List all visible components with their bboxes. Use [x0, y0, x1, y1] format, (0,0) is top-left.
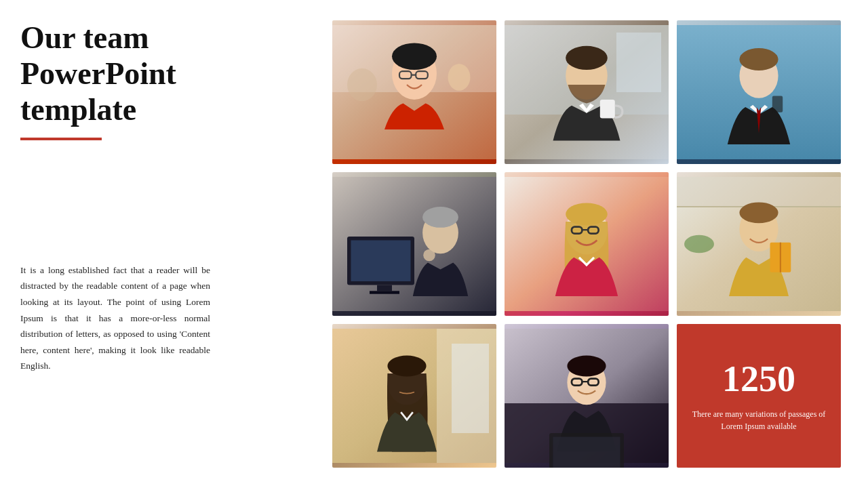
svg-rect-35: [677, 177, 841, 207]
svg-point-14: [566, 46, 608, 70]
stat-cell: 1250 There are many variations of passag…: [677, 324, 841, 468]
svg-point-46: [387, 356, 426, 377]
svg-point-30: [566, 203, 608, 226]
team-photo-5: [505, 172, 669, 316]
title-line-1: Our team PowerPoint: [20, 20, 176, 91]
svg-point-8: [448, 64, 471, 91]
team-photo-2: [505, 20, 669, 164]
left-panel: Our team PowerPoint template It is a lon…: [20, 20, 312, 468]
team-photo-4: [332, 172, 496, 316]
photo-grid: 1250 There are many variations of passag…: [332, 20, 841, 468]
svg-rect-23: [377, 285, 392, 291]
title-line-2: template: [20, 92, 136, 127]
stat-number: 1250: [722, 359, 795, 399]
team-photo-8: [505, 324, 669, 468]
svg-rect-15: [600, 100, 615, 119]
svg-rect-44: [452, 344, 489, 433]
svg-rect-22: [351, 241, 411, 282]
title-underline: [20, 138, 102, 140]
team-photo-6: [677, 172, 841, 316]
description-text: It is a long established fact that a rea…: [20, 262, 210, 374]
team-photo-1: [332, 20, 496, 164]
svg-point-38: [739, 202, 778, 223]
svg-point-50: [567, 356, 606, 377]
svg-point-4: [392, 43, 437, 70]
svg-point-26: [422, 207, 458, 228]
svg-rect-19: [772, 96, 783, 113]
team-photo-7: [332, 324, 496, 468]
svg-rect-55: [553, 437, 620, 468]
svg-point-18: [739, 48, 778, 70]
page: Our team PowerPoint template It is a lon…: [0, 0, 868, 488]
svg-rect-12: [616, 33, 661, 92]
svg-point-9: [347, 68, 377, 101]
team-photo-3: [677, 20, 841, 164]
stat-description: There are many variations of passages of…: [690, 408, 827, 432]
svg-point-41: [684, 235, 714, 253]
page-title: Our team PowerPoint template: [20, 20, 312, 128]
svg-point-27: [423, 249, 435, 262]
svg-rect-24: [370, 291, 399, 293]
title-block: Our team PowerPoint template: [20, 20, 312, 140]
